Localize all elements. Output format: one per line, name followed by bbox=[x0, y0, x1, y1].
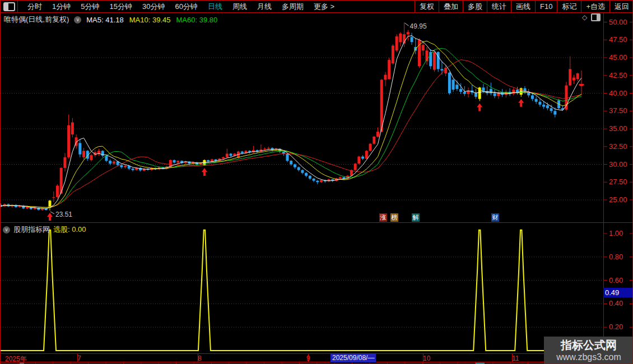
stock-app-window: 49.9523.51 分时1分钟5分钟15分钟30分钟60分钟日线周线月线多周期… bbox=[0, 0, 633, 364]
ma-line-MA60 bbox=[1, 49, 581, 208]
tool-button-F10[interactable]: F10 bbox=[535, 1, 557, 12]
main-chart-header: 唯特偶(日线,前复权) ∨ MA5: 41.18MA10: 39.45MA60:… bbox=[4, 15, 217, 25]
period-tab-5分钟[interactable]: 5分钟 bbox=[76, 1, 104, 12]
period-tabs: 分时1分钟5分钟15分钟30分钟60分钟日线周线月线多周期更多 > bbox=[22, 1, 339, 12]
chevron-down-icon[interactable]: ∨ bbox=[3, 226, 10, 234]
price-tick-label: 37.50 bbox=[609, 106, 627, 115]
date-tick-label: 10 bbox=[423, 354, 430, 362]
indicator-header: ∨ 股朋指标网 选股: 0.00 bbox=[3, 225, 86, 235]
chart-canvas: 49.9523.51 bbox=[1, 1, 633, 364]
indicator-tick-label: 0.40 bbox=[609, 299, 623, 307]
panel-maximize-icon[interactable] bbox=[591, 13, 601, 21]
info-badge-解[interactable]: 解 bbox=[412, 213, 420, 222]
tool-button-画线[interactable]: 画线 bbox=[511, 1, 535, 12]
price-tick-label: 32.50 bbox=[609, 142, 627, 151]
stock-title: 唯特偶(日线,前复权) bbox=[4, 15, 69, 25]
period-tab-更多 >[interactable]: 更多 > bbox=[309, 1, 339, 12]
period-tab-15分钟[interactable]: 15分钟 bbox=[104, 1, 137, 12]
period-tab-30分钟[interactable]: 30分钟 bbox=[137, 1, 170, 12]
price-tick-label: 27.50 bbox=[609, 178, 627, 186]
mark-diamond-icon[interactable]: ◇ bbox=[582, 13, 587, 21]
ma-line-MA5 bbox=[1, 36, 581, 209]
ma-line-MA20 bbox=[1, 60, 581, 208]
period-tab-月线[interactable]: 月线 bbox=[252, 1, 277, 12]
chart-gadgets: ◇ bbox=[582, 13, 601, 21]
price-tick-label: 35.00 bbox=[609, 124, 627, 133]
grid-lines bbox=[1, 58, 603, 327]
watermark-url: www.zbgs3.com bbox=[556, 352, 621, 363]
low-price-label: 23.51 bbox=[55, 211, 72, 218]
ma-value-label: MA60: 39.80 bbox=[176, 16, 218, 24]
indicator-tick-label: 0.20 bbox=[609, 323, 623, 331]
watermark-title: 指标公式网 bbox=[561, 338, 617, 352]
indicator-name: 股朋指标网 bbox=[13, 225, 50, 235]
period-tab-1分钟[interactable]: 1分钟 bbox=[47, 1, 76, 12]
toolbar-divider bbox=[17, 1, 18, 12]
info-badge-财[interactable]: 财 bbox=[491, 213, 499, 222]
selected-date-label: 2025/09/08/— bbox=[331, 354, 376, 362]
indicator-tick-label: 0.80 bbox=[609, 253, 623, 261]
buy-signal-arrows bbox=[47, 99, 524, 221]
tool-button-叠加[interactable]: 叠加 bbox=[439, 1, 463, 12]
ma-legend: MA5: 41.18MA10: 39.45MA60: 39.80 bbox=[86, 16, 217, 24]
price-tick-label: 45.00 bbox=[609, 53, 627, 62]
date-tick-label: 7 bbox=[77, 354, 81, 362]
chevron-down-icon[interactable]: ∨ bbox=[74, 16, 81, 24]
tools-menu: 复权叠加多股统计画线F10标记+自选返回 bbox=[415, 1, 633, 12]
period-tab-日线[interactable]: 日线 bbox=[203, 1, 227, 12]
price-tick-label: 40.00 bbox=[609, 89, 627, 97]
price-tick-label: 50.00 bbox=[609, 18, 627, 26]
info-badge-涨[interactable]: 涨 bbox=[379, 213, 387, 222]
candles-layer bbox=[1, 22, 584, 211]
indicator-value: 选股: 0.00 bbox=[53, 225, 86, 235]
indicator-tick-label: 1.00 bbox=[609, 229, 623, 237]
ma-line-MA10 bbox=[1, 41, 581, 208]
tool-button-+自选[interactable]: +自选 bbox=[581, 1, 609, 12]
period-toolbar: 分时1分钟5分钟15分钟30分钟60分钟日线周线月线多周期更多 > 复权叠加多股… bbox=[1, 1, 633, 12]
date-tick-label: 9 bbox=[306, 354, 310, 362]
date-tick-label: 11 bbox=[512, 354, 519, 362]
date-tick-label: 8 bbox=[198, 354, 202, 362]
current-value-badge: 0.49 bbox=[603, 288, 633, 297]
price-tick-label: 47.50 bbox=[609, 35, 627, 44]
layout-toggle-icon[interactable] bbox=[3, 2, 15, 11]
price-annotations: 49.9523.51 bbox=[50, 22, 427, 218]
period-tab-周线[interactable]: 周线 bbox=[227, 1, 252, 12]
period-tab-多周期[interactable]: 多周期 bbox=[277, 1, 309, 12]
price-tick-label: 42.50 bbox=[609, 71, 627, 80]
price-tick-label: 25.00 bbox=[609, 195, 627, 204]
info-badge-榜[interactable]: 榜 bbox=[390, 213, 398, 222]
selection-signal-line bbox=[1, 230, 603, 351]
site-watermark: 指标公式网 www.zbgs3.com bbox=[544, 337, 633, 364]
indicator-tick-label: 0.60 bbox=[609, 276, 623, 284]
price-tick-label: 30.00 bbox=[609, 160, 627, 169]
high-price-label: 49.95 bbox=[410, 22, 427, 30]
ma-value-label: MA10: 39.45 bbox=[129, 16, 171, 24]
tool-button-返回[interactable]: 返回 bbox=[609, 1, 633, 12]
tool-button-统计[interactable]: 统计 bbox=[487, 1, 511, 12]
period-tab-60分钟[interactable]: 60分钟 bbox=[170, 1, 202, 12]
panel-frame bbox=[1, 13, 633, 364]
ma-value-label: MA5: 41.18 bbox=[86, 16, 124, 24]
period-tab-分时[interactable]: 分时 bbox=[22, 1, 47, 12]
tool-button-复权[interactable]: 复权 bbox=[415, 1, 439, 12]
tool-button-标记[interactable]: 标记 bbox=[557, 1, 581, 12]
tool-button-多股[interactable]: 多股 bbox=[463, 1, 487, 12]
